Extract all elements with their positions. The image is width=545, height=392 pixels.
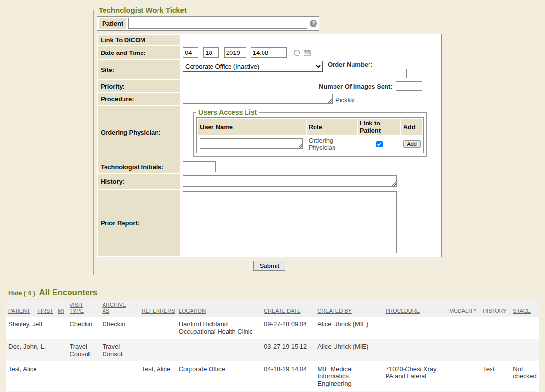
tech-initials-input[interactable] <box>183 161 216 172</box>
tech-initials-label: Technologist Initials: <box>98 160 180 173</box>
cell-create-date: 04-18-19 14:04 <box>262 361 316 391</box>
date-month-input[interactable] <box>183 47 198 58</box>
col-referrers: REFERRERS <box>140 300 177 317</box>
all-encounters-legend: Hide ( 4 ) All Encounters <box>6 288 100 298</box>
sort-link-visit-type[interactable]: VISIT TYPE <box>70 302 94 314</box>
link-to-dicom-header: Link To DICOM <box>98 35 180 45</box>
date-separator: - <box>220 49 222 56</box>
users-access-row: Ordering Physician Add <box>198 136 422 152</box>
priority-label: Priority: <box>98 80 180 92</box>
all-encounters-panel: Hide ( 4 ) All Encounters PATIENTFIRSTMI… <box>4 288 541 392</box>
sort-link-procedure[interactable]: PROCEDURE <box>386 308 420 314</box>
cell-referrers <box>140 339 177 361</box>
cell-procedure: 71020-Chest Xray, PA and Lateral <box>384 361 447 391</box>
encounters-table: PATIENTFIRSTMIVISIT TYPEARCHIVE ASREFERR… <box>6 300 539 392</box>
cell-location: Hanford Richland Occupational Health Cli… <box>177 317 262 339</box>
add-user-button[interactable]: Add <box>403 140 421 148</box>
cell-history: Test <box>481 361 511 391</box>
encounter-row[interactable]: Doe, John, L.Travel ConsultTravel Consul… <box>6 339 539 361</box>
order-number-input[interactable] <box>328 69 407 78</box>
col-user-name: User Name <box>198 119 306 135</box>
cell-visit-type <box>68 361 100 391</box>
patient-input[interactable] <box>128 18 307 29</box>
order-number-field: Order Number: <box>328 61 407 78</box>
all-encounters-title: All Encounters <box>39 288 98 297</box>
users-access-list: Users Access List User Name Role Link to… <box>193 108 427 157</box>
cell-referrers: Test, Alice <box>140 361 177 391</box>
date-year-input[interactable] <box>224 47 246 58</box>
submit-button[interactable]: Submit <box>253 261 285 271</box>
cell-history <box>481 317 511 339</box>
user-name-input[interactable] <box>200 138 303 149</box>
col-patient: PATIENT <box>6 300 35 317</box>
cell-procedure <box>384 317 447 339</box>
cell-archive-as <box>100 361 140 391</box>
cell-history <box>481 339 511 361</box>
cell-visit-type: Travel Consult <box>68 339 100 361</box>
sort-link-created-by[interactable]: CREATED BY <box>317 308 351 314</box>
sort-link-patient[interactable]: PATIENT <box>8 308 30 314</box>
cell-modality <box>447 317 481 339</box>
time-input[interactable] <box>251 47 287 58</box>
sort-link-archive-as[interactable]: ARCHIVE AS <box>102 302 126 314</box>
date-time-label: Date and Time: <box>98 46 180 59</box>
procedure-input[interactable] <box>183 94 333 104</box>
cell-archive-as: Checkin <box>100 317 140 339</box>
col-add: Add <box>401 119 422 135</box>
col-label-history: HISTORY <box>483 308 507 314</box>
encounter-row[interactable]: Stanley, JeffCheckinCheckinHanford Richl… <box>6 317 539 339</box>
col-role: Role <box>307 119 357 135</box>
cell-stage <box>511 317 539 339</box>
cell-modality <box>447 339 481 361</box>
col-procedure: PROCEDURE <box>384 300 447 317</box>
cell-created-by: Alice Uhrick (MIE) <box>316 339 383 361</box>
patient-label: Patient <box>99 18 126 29</box>
calendar-icon[interactable] <box>303 49 311 56</box>
sort-link-referrers[interactable]: REFERRERS <box>142 308 175 314</box>
question-help-icon[interactable]: ? <box>310 20 317 27</box>
users-access-table: User Name Role Link to Patient Add Order… <box>196 117 424 153</box>
cell-archive-as: Travel Consult <box>100 339 140 361</box>
images-sent-label: Number Of Images Sent: <box>319 83 393 90</box>
cell-create-date: 09-27-18 09:04 <box>262 317 316 339</box>
link-to-patient-checkbox[interactable] <box>376 141 383 147</box>
procedure-label: Procedure: <box>98 93 180 105</box>
picklist-link[interactable]: Picklist <box>335 96 355 104</box>
cell-modality <box>447 361 481 391</box>
encounter-row[interactable]: Test, AliceTest, AliceCorporate Office04… <box>6 361 539 391</box>
date-time-row: - - <box>183 47 439 58</box>
sort-link-mi[interactable]: MI <box>58 308 64 314</box>
ordering-physician-label: Ordering Physician: <box>98 106 180 160</box>
cell-patient-name: Test, Alice <box>6 361 68 391</box>
cell-stage: Not checked <box>511 361 539 391</box>
users-access-list-legend: Users Access List <box>196 108 259 116</box>
cell-patient-name: Doe, John, L. <box>6 339 68 361</box>
link-to-dicom-table: Link To DICOM Date and Time: - - <box>97 34 442 257</box>
col-mi: MI <box>56 300 68 317</box>
cell-visit-type: Checkin <box>68 317 100 339</box>
cell-location: Corporate Office <box>177 361 262 391</box>
cell-created-by: MIE Medical Informatics Engineering <box>316 361 383 391</box>
cell-create-date: 03-27-19 15:12 <box>262 339 316 361</box>
date-day-input[interactable] <box>203 47 219 58</box>
cell-stage <box>511 339 539 361</box>
sort-link-create-date[interactable]: CREATE DATE <box>264 308 300 314</box>
site-select[interactable]: Corporate Office (Inactive) <box>183 61 323 72</box>
site-label: Site: <box>98 60 180 79</box>
link-to-dicom-spacer <box>181 35 440 45</box>
sort-link-first[interactable]: FIRST <box>37 308 53 314</box>
clock-icon[interactable] <box>293 49 300 56</box>
history-input[interactable] <box>183 175 397 187</box>
images-sent-field: Number Of Images Sent: <box>319 81 439 91</box>
patient-row: Patient ? <box>97 16 319 31</box>
cell-location <box>177 339 262 361</box>
cell-created-by: Alice Uhrick (MIE) <box>316 317 383 339</box>
hide-encounters-link[interactable]: Hide ( 4 ) <box>8 289 35 297</box>
prior-report-input[interactable] <box>183 191 397 253</box>
sort-link-location[interactable]: LOCATION <box>179 308 206 314</box>
images-sent-input[interactable] <box>396 81 422 91</box>
order-number-label: Order Number: <box>328 61 407 68</box>
sort-link-stage[interactable]: STAGE <box>513 308 530 314</box>
prior-report-label: Prior Report: <box>98 190 180 256</box>
cell-procedure <box>384 339 447 361</box>
